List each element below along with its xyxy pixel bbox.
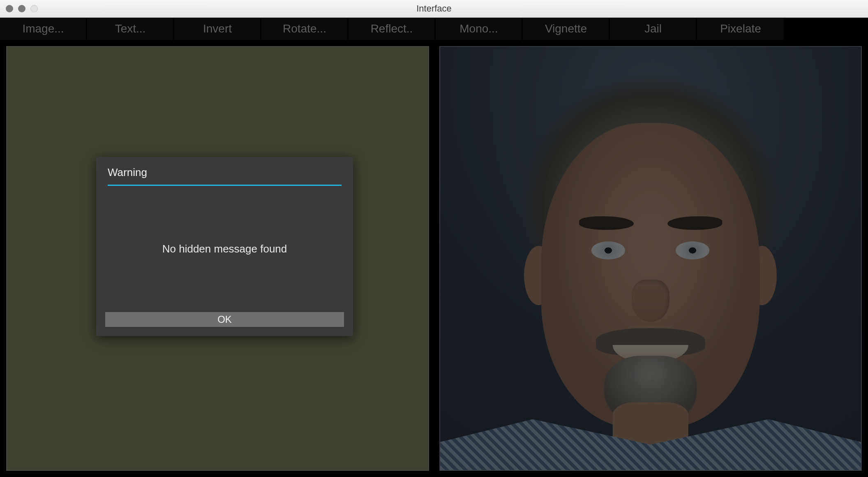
window-minimize-icon[interactable] <box>18 5 25 12</box>
window-titlebar: Interface <box>0 0 868 18</box>
portrait-image <box>440 47 861 470</box>
dialog-body: No hidden message found <box>96 186 353 312</box>
toolbar-invert-button[interactable]: Invert <box>174 18 261 40</box>
toolbar-pixelate-button[interactable]: Pixelate <box>697 18 784 40</box>
dialog-message: No hidden message found <box>162 243 287 255</box>
dialog-footer: OK <box>96 312 353 336</box>
toolbar-jail-button[interactable]: Jail <box>610 18 697 40</box>
window-close-icon[interactable] <box>6 5 13 12</box>
toolbar-mono-button[interactable]: Mono... <box>436 18 523 40</box>
dialog-title: Warning <box>108 166 342 185</box>
toolbar-text-button[interactable]: Text... <box>87 18 174 40</box>
window-zoom-icon[interactable] <box>30 5 38 12</box>
ok-button[interactable]: OK <box>105 312 344 327</box>
warning-dialog: Warning No hidden message found OK <box>96 157 353 336</box>
window-controls <box>6 5 38 12</box>
right-image-panel <box>439 46 862 471</box>
window-title: Interface <box>416 3 452 14</box>
toolbar-image-button[interactable]: Image... <box>0 18 87 40</box>
toolbar-reflect-button[interactable]: Reflect.. <box>349 18 436 40</box>
dialog-header: Warning <box>96 157 353 186</box>
toolbar: Image... Text... Invert Rotate... Reflec… <box>0 18 868 40</box>
toolbar-rotate-button[interactable]: Rotate... <box>261 18 349 40</box>
toolbar-vignette-button[interactable]: Vignette <box>523 18 610 40</box>
